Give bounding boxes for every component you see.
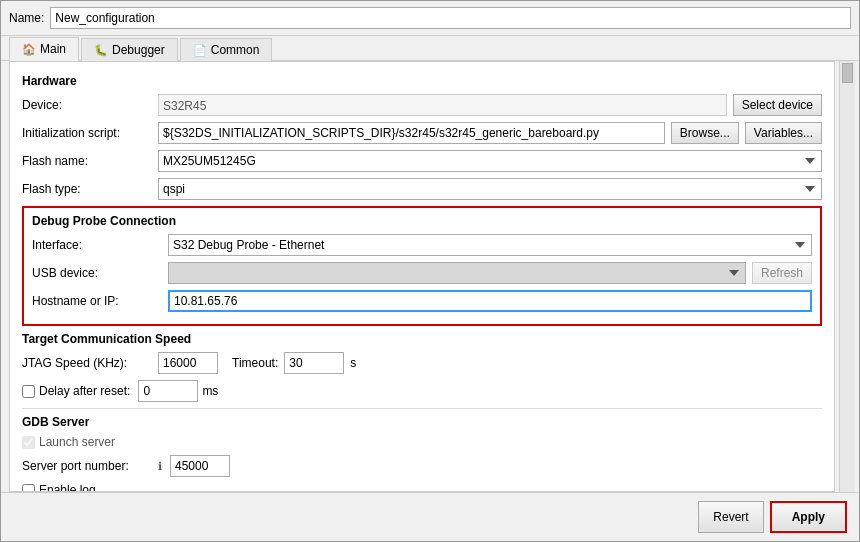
flash-type-label: Flash type: [22, 182, 152, 196]
common-tab-icon: 📄 [193, 44, 207, 57]
debugger-tab-icon: 🐛 [94, 44, 108, 57]
jtag-speed-label: JTAG Speed (KHz): [22, 356, 152, 370]
revert-button[interactable]: Revert [698, 501, 763, 533]
server-port-info-icon: ℹ [158, 460, 162, 473]
launch-server-row: Launch server [22, 435, 822, 449]
tabs-bar: 🏠 Main 🐛 Debugger 📄 Common [1, 36, 859, 61]
name-label: Name: [9, 11, 44, 25]
device-row: Device: S32R45 Select device [22, 94, 822, 116]
main-content-wrapper: Hardware Device: S32R45 Select device In… [5, 61, 855, 492]
server-port-label: Server port number: [22, 459, 152, 473]
delay-checkbox[interactable] [22, 385, 35, 398]
interface-row: Interface: S32 Debug Probe - Ethernet [32, 234, 812, 256]
apply-button[interactable]: Apply [770, 501, 847, 533]
target-comm-title: Target Communication Speed [22, 332, 822, 346]
hardware-section-title: Hardware [22, 74, 822, 88]
name-input[interactable] [50, 7, 851, 29]
tab-common[interactable]: 📄 Common [180, 38, 273, 61]
enable-log-row: Enable log [22, 483, 822, 492]
target-comm-section: Target Communication Speed JTAG Speed (K… [22, 332, 822, 402]
launch-server-checkbox[interactable] [22, 436, 35, 449]
main-dialog: Name: 🏠 Main 🐛 Debugger 📄 Common Hardwar… [0, 0, 860, 542]
refresh-button[interactable]: Refresh [752, 262, 812, 284]
device-value: S32R45 [158, 94, 727, 116]
init-script-row: Initialization script: Browse... Variabl… [22, 122, 822, 144]
name-bar: Name: [1, 1, 859, 36]
flash-name-row: Flash name: MX25UM51245G [22, 150, 822, 172]
jtag-speed-row: JTAG Speed (KHz): Timeout: s [22, 352, 822, 374]
scrollbar[interactable] [839, 61, 855, 492]
select-device-button[interactable]: Select device [733, 94, 822, 116]
content-area: Hardware Device: S32R45 Select device In… [9, 61, 835, 492]
gdb-server-title: GDB Server [22, 415, 822, 429]
debug-probe-section: Debug Probe Connection Interface: S32 De… [22, 206, 822, 326]
debug-probe-title: Debug Probe Connection [32, 214, 812, 228]
gdb-server-section: GDB Server Launch server Server port num… [22, 415, 822, 492]
flash-name-label: Flash name: [22, 154, 152, 168]
timeout-label: Timeout: [232, 356, 278, 370]
init-script-input[interactable] [158, 122, 665, 144]
timeout-input[interactable] [284, 352, 344, 374]
timeout-unit: s [350, 356, 356, 370]
launch-server-label: Launch server [39, 435, 115, 449]
jtag-speed-input[interactable] [158, 352, 218, 374]
variables-button[interactable]: Variables... [745, 122, 822, 144]
interface-label: Interface: [32, 238, 162, 252]
interface-select[interactable]: S32 Debug Probe - Ethernet [168, 234, 812, 256]
hostname-label: Hostname or IP: [32, 294, 162, 308]
delay-unit: ms [202, 384, 218, 398]
usb-device-row: USB device: Refresh [32, 262, 812, 284]
device-label: Device: [22, 98, 152, 112]
bottom-bar: Revert Apply [1, 492, 859, 541]
enable-log-label: Enable log [39, 483, 96, 492]
server-port-input[interactable] [170, 455, 230, 477]
tab-main-label: Main [40, 42, 66, 56]
main-tab-icon: 🏠 [22, 43, 36, 56]
usb-device-label: USB device: [32, 266, 162, 280]
flash-type-row: Flash type: qspi [22, 178, 822, 200]
hostname-input[interactable] [168, 290, 812, 312]
enable-log-checkbox[interactable] [22, 484, 35, 493]
usb-device-select[interactable] [168, 262, 746, 284]
tab-common-label: Common [211, 43, 260, 57]
init-script-label: Initialization script: [22, 126, 152, 140]
browse-button[interactable]: Browse... [671, 122, 739, 144]
delay-input[interactable] [138, 380, 198, 402]
delay-row: Delay after reset: ms [22, 380, 822, 402]
server-port-row: Server port number: ℹ [22, 455, 822, 477]
divider [22, 408, 822, 409]
tab-main[interactable]: 🏠 Main [9, 37, 79, 61]
hostname-row: Hostname or IP: [32, 290, 812, 312]
tab-debugger[interactable]: 🐛 Debugger [81, 38, 178, 61]
delay-label: Delay after reset: [39, 384, 130, 398]
tab-debugger-label: Debugger [112, 43, 165, 57]
flash-name-select[interactable]: MX25UM51245G [158, 150, 822, 172]
flash-type-select[interactable]: qspi [158, 178, 822, 200]
